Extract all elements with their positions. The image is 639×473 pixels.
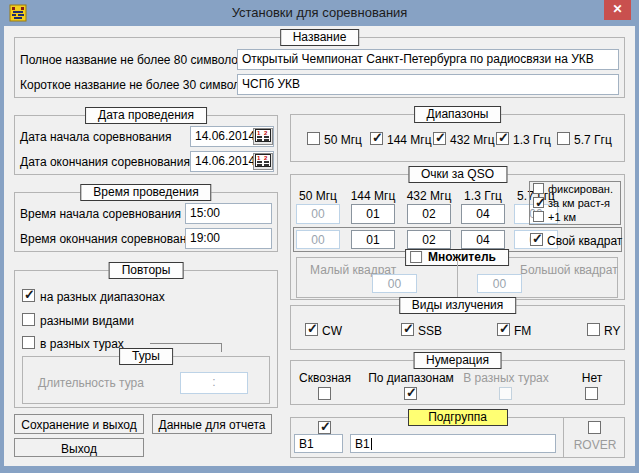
fixed-points-label: фиксирован. xyxy=(548,183,613,195)
close-icon[interactable]: ✕ xyxy=(604,0,631,20)
own-square-label: Свой квадрат xyxy=(547,234,622,248)
numbering-group-title: Нумерация xyxy=(413,352,502,369)
band-432-checkbox[interactable] xyxy=(433,132,446,145)
bands-group-title: Диапазоны xyxy=(414,106,502,123)
modes-group-title: Виды излучения xyxy=(399,297,517,314)
calendar-icon: 1 2 xyxy=(255,129,271,142)
band-50-checkbox[interactable] xyxy=(307,132,320,145)
qso-points2-input[interactable]: 01 xyxy=(351,230,395,249)
qso-points2-input[interactable]: 02 xyxy=(407,230,451,249)
numbering-tours-label: В разных турах xyxy=(463,371,548,385)
tour-duration-label: Длительность тура xyxy=(38,376,144,390)
numbering-tours-checkbox[interactable] xyxy=(499,387,512,400)
rover-divider xyxy=(563,418,564,457)
per-km-label: за км раст-я xyxy=(548,197,610,209)
end-date-calendar-button[interactable]: 1 2 xyxy=(253,153,273,170)
text-caret xyxy=(371,438,372,450)
qso-points-input[interactable]: 00 xyxy=(296,204,340,224)
tour-duration-input[interactable]: : xyxy=(180,372,248,394)
repeat-tours-label: в разных турах xyxy=(40,337,124,351)
tours-group-title: Туры xyxy=(119,348,173,365)
repeats-group-title: Повторы xyxy=(109,262,184,279)
full-name-label: Полное название не более 80 символов xyxy=(20,53,244,67)
window-title: Установки для соревнования xyxy=(0,5,639,20)
short-name-input[interactable]: ЧСПб УКВ xyxy=(237,74,619,95)
band-5700-label: 5.7 Ггц xyxy=(574,133,612,147)
numbering-through-label: Сквозная xyxy=(299,371,351,385)
subgroup-code-input[interactable]: B1 xyxy=(294,434,343,453)
subgroup-name-input[interactable]: B1 xyxy=(350,434,556,453)
rover-label: ROVER xyxy=(574,438,617,452)
tours-connector-line xyxy=(150,343,222,344)
mode-cw-label: CW xyxy=(322,324,342,338)
mode-ssb-label: SSB xyxy=(418,324,442,338)
save-exit-button[interactable]: Сохранение и выход xyxy=(14,414,144,434)
big-square-label: Большой квадрат xyxy=(520,263,618,277)
band-5700-checkbox[interactable] xyxy=(557,132,570,145)
multiplier-divider xyxy=(457,258,458,297)
time-group-title: Время проведения xyxy=(80,184,211,201)
multiplier-checkbox[interactable] xyxy=(410,251,422,263)
qso-band-header: 1.3 Ггц xyxy=(464,189,502,203)
numbering-none-label: Нет xyxy=(582,371,602,385)
mode-fm-label: FM xyxy=(514,324,531,338)
band-1300-label: 1.3 Ггц xyxy=(513,133,551,147)
qso-band-header: 432 Мгц xyxy=(407,189,452,203)
qso-points-group-title: Очки за QSO xyxy=(408,166,507,183)
repeat-modes-checkbox[interactable] xyxy=(22,313,35,326)
numbering-none-checkbox[interactable] xyxy=(585,387,598,400)
repeat-modes-label: разными видами xyxy=(40,314,134,328)
mode-cw-checkbox[interactable] xyxy=(305,323,318,336)
small-square-input[interactable]: 00 xyxy=(372,274,417,293)
band-1300-checkbox[interactable] xyxy=(496,132,509,145)
band-144-label: 144 Мгц xyxy=(387,133,432,147)
full-name-input[interactable]: Открытый Чемпионат Санкт-Петербурга по р… xyxy=(237,49,619,70)
start-date-label: Дата начала соревнования xyxy=(20,130,171,144)
big-square-input[interactable]: 00 xyxy=(477,274,522,293)
qso-points-input[interactable]: 01 xyxy=(351,204,395,224)
subgroup-name-value: B1 xyxy=(355,437,370,451)
end-time-label: Время окончания соревнования xyxy=(20,232,199,246)
plus-1km-checkbox[interactable] xyxy=(533,211,544,222)
start-time-label: Время начала соревнования xyxy=(20,207,181,221)
qso-points-input[interactable]: 02 xyxy=(407,204,451,224)
tours-connector-line xyxy=(221,343,222,352)
end-time-input[interactable]: 19:00 xyxy=(185,228,272,249)
qso-points2-input[interactable]: 04 xyxy=(461,230,505,249)
band-432-label: 432 Мгц xyxy=(450,133,495,147)
calendar-icon: 1 2 xyxy=(255,154,271,167)
multiplier-title-text: Множитель xyxy=(428,250,496,264)
date-group-title: Дата проведения xyxy=(85,107,207,124)
end-date-label: Дата окончания соревнования xyxy=(20,155,190,169)
numbering-by-band-checkbox[interactable] xyxy=(404,387,417,400)
report-data-button[interactable]: Данные для отчета xyxy=(152,414,272,434)
qso-points2-input[interactable]: 00 xyxy=(296,230,340,249)
start-date-calendar-button[interactable]: 1 2 xyxy=(253,128,273,145)
subgroup-group-title: Подгруппа xyxy=(408,409,508,426)
repeat-tours-checkbox[interactable] xyxy=(22,336,35,349)
rover-checkbox[interactable] xyxy=(588,421,601,434)
repeat-bands-label: на разных диапазонах xyxy=(40,290,165,304)
repeat-bands-checkbox[interactable] xyxy=(22,289,35,302)
own-square-checkbox[interactable] xyxy=(530,233,543,246)
per-km-checkbox[interactable] xyxy=(533,197,544,208)
name-group-title: Название xyxy=(280,29,360,46)
short-name-label: Короткое название не более 30 символов xyxy=(20,78,253,92)
qso-band-header: 144 Мгц xyxy=(351,189,396,203)
band-144-checkbox[interactable] xyxy=(370,132,383,145)
mode-ssb-checkbox[interactable] xyxy=(401,323,414,336)
fixed-points-checkbox[interactable] xyxy=(533,183,544,194)
mode-ry-label: RY xyxy=(604,324,620,338)
subgroup-checkbox[interactable] xyxy=(318,421,331,434)
start-time-input[interactable]: 15:00 xyxy=(185,203,272,224)
numbering-by-band-label: По диапазонам xyxy=(368,371,454,385)
exit-button[interactable]: Выход xyxy=(14,438,144,457)
title-bar[interactable]: Установки для соревнования ✕ xyxy=(0,0,639,26)
plus-1km-label: +1 км xyxy=(548,211,576,223)
mode-fm-checkbox[interactable] xyxy=(497,323,510,336)
band-50-label: 50 Мгц xyxy=(324,133,362,147)
mode-ry-checkbox[interactable] xyxy=(587,323,600,336)
numbering-through-checkbox[interactable] xyxy=(318,387,331,400)
qso-band-header: 50 Мгц xyxy=(299,189,337,203)
qso-points-input[interactable]: 04 xyxy=(461,204,505,224)
